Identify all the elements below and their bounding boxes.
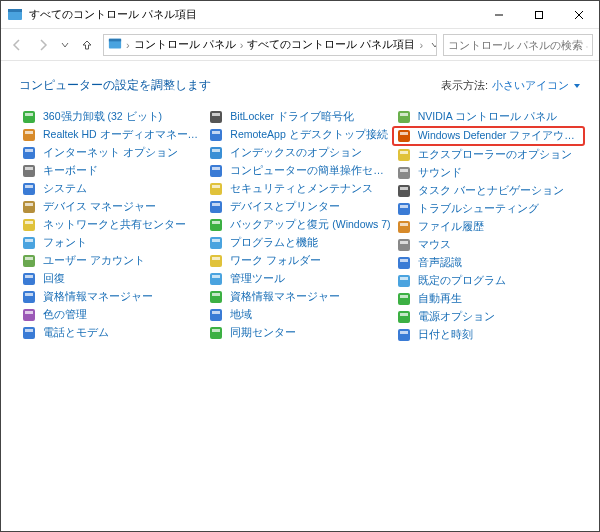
control-panel-item[interactable]: ユーザー アカウント — [19, 252, 206, 270]
control-panel-item[interactable]: 既定のプログラム — [394, 272, 581, 290]
svg-rect-48 — [210, 219, 222, 231]
item-label: デバイス マネージャー — [43, 200, 156, 214]
app-icon — [21, 109, 37, 125]
control-panel-item[interactable]: 地域 — [206, 306, 393, 324]
control-panel-item[interactable]: BitLocker ドライブ暗号化 — [206, 108, 393, 126]
control-panel-item[interactable]: トラブルシューティング — [394, 200, 581, 218]
item-label: BitLocker ドライブ暗号化 — [230, 110, 354, 124]
control-panel-item[interactable]: 同期センター — [206, 324, 393, 342]
control-panel-item[interactable]: デバイス マネージャー — [19, 198, 206, 216]
back-button[interactable] — [7, 35, 27, 55]
viewby-dropdown[interactable]: 小さいアイコン — [492, 78, 581, 93]
app-icon — [396, 201, 412, 217]
svg-rect-62 — [398, 111, 410, 123]
forward-button[interactable] — [33, 35, 53, 55]
control-panel-item[interactable]: 管理ツール — [206, 270, 393, 288]
breadcrumb[interactable]: › コントロール パネル › すべてのコントロール パネル項目 › — [103, 34, 437, 56]
control-panel-item[interactable]: フォント — [19, 234, 206, 252]
svg-rect-81 — [400, 277, 408, 280]
item-label: 資格情報マネージャー — [43, 290, 153, 304]
breadcrumb-sep: › — [126, 39, 130, 51]
breadcrumb-seg1[interactable]: コントロール パネル — [134, 37, 236, 52]
app-icon — [21, 325, 37, 341]
svg-rect-45 — [212, 185, 220, 188]
item-label: 電源オプション — [418, 310, 495, 324]
svg-rect-77 — [400, 241, 408, 244]
control-panel-item[interactable]: タスク バーとナビゲーション — [394, 182, 581, 200]
control-panel-item[interactable]: システム — [19, 180, 206, 198]
control-panel-item[interactable]: インターネット オプション — [19, 144, 206, 162]
control-panel-item[interactable]: NVIDIA コントロール パネル — [394, 108, 581, 126]
control-panel-item[interactable]: 自動再生 — [394, 290, 581, 308]
control-panel-item[interactable]: 360强力卸载 (32 ビット) — [19, 108, 206, 126]
svg-rect-14 — [23, 147, 35, 159]
svg-rect-75 — [400, 223, 408, 226]
maximize-button[interactable] — [519, 1, 559, 29]
control-panel-item[interactable]: 音声認識 — [394, 254, 581, 272]
control-panel-item[interactable]: 電話とモデム — [19, 324, 206, 342]
control-panel-item[interactable]: 回復 — [19, 270, 206, 288]
control-panel-item[interactable]: キーボード — [19, 162, 206, 180]
control-panel-item[interactable]: 日付と時刻 — [394, 326, 581, 344]
control-panel-item[interactable]: サウンド — [394, 164, 581, 182]
app-icon — [208, 145, 224, 161]
breadcrumb-seg2[interactable]: すべてのコントロール パネル項目 — [247, 37, 415, 52]
svg-rect-21 — [25, 203, 33, 206]
svg-rect-46 — [210, 201, 222, 213]
item-label: 音声認識 — [418, 256, 462, 270]
control-panel-item[interactable]: バックアップと復元 (Windows 7) — [206, 216, 393, 234]
app-icon — [208, 289, 224, 305]
svg-rect-58 — [210, 309, 222, 321]
control-panel-item[interactable]: Windows Defender ファイアウォール — [392, 126, 585, 146]
control-panel-item[interactable]: ワーク フォルダー — [206, 252, 393, 270]
svg-rect-86 — [398, 329, 410, 341]
svg-rect-39 — [212, 131, 220, 134]
viewby-label: 表示方法: — [441, 78, 488, 93]
history-dropdown-icon[interactable] — [431, 35, 437, 55]
control-panel-item[interactable]: Realtek HD オーディオマネージャ — [19, 126, 206, 144]
svg-rect-15 — [25, 149, 33, 152]
up-button[interactable] — [77, 35, 97, 55]
svg-rect-79 — [400, 259, 408, 262]
svg-rect-38 — [210, 129, 222, 141]
control-panel-item[interactable]: エクスプローラーのオプション — [394, 146, 581, 164]
close-button[interactable] — [559, 1, 599, 29]
svg-rect-18 — [23, 183, 35, 195]
control-panel-item[interactable]: ファイル履歴 — [394, 218, 581, 236]
control-panel-item[interactable]: マウス — [394, 236, 581, 254]
app-icon — [396, 109, 412, 125]
search-input[interactable] — [448, 39, 586, 51]
minimize-button[interactable] — [479, 1, 519, 29]
app-icon — [208, 325, 224, 341]
svg-rect-24 — [23, 237, 35, 249]
control-panel-item[interactable]: 電源オプション — [394, 308, 581, 326]
svg-rect-13 — [25, 131, 33, 134]
svg-rect-53 — [212, 257, 220, 260]
control-panel-item[interactable]: プログラムと機能 — [206, 234, 393, 252]
control-panel-item[interactable]: 資格情報マネージャー — [206, 288, 393, 306]
app-icon — [21, 127, 37, 143]
item-label: サウンド — [418, 166, 462, 180]
item-label: 資格情報マネージャー — [230, 290, 340, 304]
svg-rect-27 — [25, 257, 33, 260]
control-panel-item[interactable]: 色の管理 — [19, 306, 206, 324]
control-panel-item[interactable]: ネットワークと共有センター — [19, 216, 206, 234]
svg-rect-49 — [212, 221, 220, 224]
control-panel-item[interactable]: セキュリティとメンテナンス — [206, 180, 393, 198]
svg-rect-23 — [25, 221, 33, 224]
item-label: トラブルシューティング — [418, 202, 539, 216]
control-panel-item[interactable]: 資格情報マネージャー — [19, 288, 206, 306]
recent-dropdown[interactable] — [59, 35, 71, 55]
search-box[interactable] — [443, 34, 593, 56]
svg-rect-25 — [25, 239, 33, 242]
app-icon — [208, 181, 224, 197]
svg-rect-7 — [109, 38, 121, 41]
svg-rect-30 — [23, 291, 35, 303]
control-panel-item[interactable]: RemoteApp とデスクトップ接続 — [206, 126, 393, 144]
svg-rect-66 — [398, 149, 410, 161]
control-panel-item[interactable]: コンピューターの簡単操作センター — [206, 162, 393, 180]
svg-rect-36 — [210, 111, 222, 123]
control-panel-item[interactable]: デバイスとプリンター — [206, 198, 393, 216]
app-icon — [396, 219, 412, 235]
control-panel-item[interactable]: インデックスのオプション — [206, 144, 393, 162]
